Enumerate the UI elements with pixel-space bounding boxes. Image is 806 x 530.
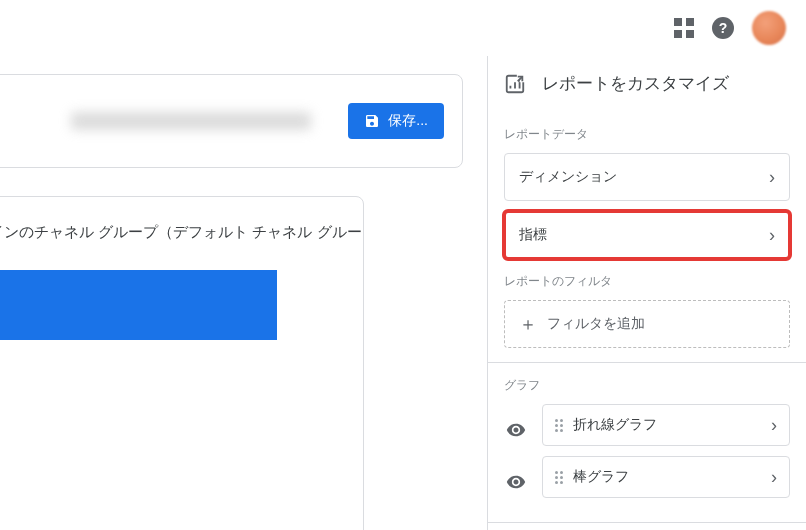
avatar[interactable] xyxy=(752,11,786,45)
chevron-right-icon: › xyxy=(771,467,777,488)
drag-handle-icon[interactable] xyxy=(555,419,563,432)
chart-bar xyxy=(0,270,277,340)
help-icon[interactable]: ? xyxy=(712,17,734,39)
add-filter-label: フィルタを追加 xyxy=(547,315,645,333)
save-button-label: 保存... xyxy=(388,112,428,130)
panel-title: レポートをカスタマイズ xyxy=(542,72,729,95)
customize-panel: レポートをカスタマイズ レポートデータ ディメンション › 指標 › レポートの… xyxy=(488,56,806,530)
panel-header: レポートをカスタマイズ xyxy=(504,56,790,112)
top-bar: ? xyxy=(0,0,806,56)
dimension-selector-label: ディメンション xyxy=(519,168,617,186)
section-divider xyxy=(488,362,806,363)
add-filter-button[interactable]: ＋ フィルタを追加 xyxy=(504,300,790,348)
metric-selector-label: 指標 xyxy=(519,226,547,244)
dimension-breakdown-label: インのチャネル グループ（デフォルト チャネル グルー xyxy=(0,221,363,242)
line-chart-row-wrap: 折れ線グラフ › xyxy=(504,404,790,456)
bar-chart-item[interactable]: 棒グラフ › xyxy=(542,456,790,498)
line-chart-label: 折れ線グラフ xyxy=(573,416,657,434)
line-chart-item[interactable]: 折れ線グラフ › xyxy=(542,404,790,446)
apps-icon[interactable] xyxy=(674,18,694,38)
chart-section-label: グラフ xyxy=(504,377,790,394)
filter-section-label: レポートのフィルタ xyxy=(504,273,790,290)
main-content: 保存... インのチャネル グループ（デフォルト チャネル グルー xyxy=(0,56,487,530)
chevron-right-icon: › xyxy=(769,167,775,188)
chart-section: グラフ 折れ線グラフ › 棒グラフ › xyxy=(504,377,790,508)
visibility-toggle-bar[interactable] xyxy=(504,472,528,492)
plus-icon: ＋ xyxy=(519,312,537,336)
bar-chart-label: 棒グラフ xyxy=(573,468,629,486)
metric-selector[interactable]: 指標 › xyxy=(504,211,790,259)
save-icon xyxy=(364,113,380,129)
report-title-blurred xyxy=(71,112,311,130)
drag-handle-icon[interactable] xyxy=(555,471,563,484)
report-header-card: 保存... xyxy=(0,74,463,168)
chevron-right-icon: › xyxy=(771,415,777,436)
filter-section: レポートのフィルタ ＋ フィルタを追加 xyxy=(504,273,790,348)
save-button[interactable]: 保存... xyxy=(348,103,444,139)
dimension-selector[interactable]: ディメンション › xyxy=(504,153,790,201)
chevron-right-icon: › xyxy=(769,225,775,246)
report-data-label: レポートデータ xyxy=(504,126,790,143)
visibility-toggle-line[interactable] xyxy=(504,420,528,440)
bar-chart-row-wrap: 棒グラフ › xyxy=(504,456,790,508)
customize-icon xyxy=(504,73,526,95)
eye-icon xyxy=(506,472,526,492)
report-body-card: インのチャネル グループ（デフォルト チャネル グルー xyxy=(0,196,364,530)
section-divider xyxy=(488,522,806,523)
eye-icon xyxy=(506,420,526,440)
report-data-section: レポートデータ ディメンション › 指標 › xyxy=(504,126,790,259)
